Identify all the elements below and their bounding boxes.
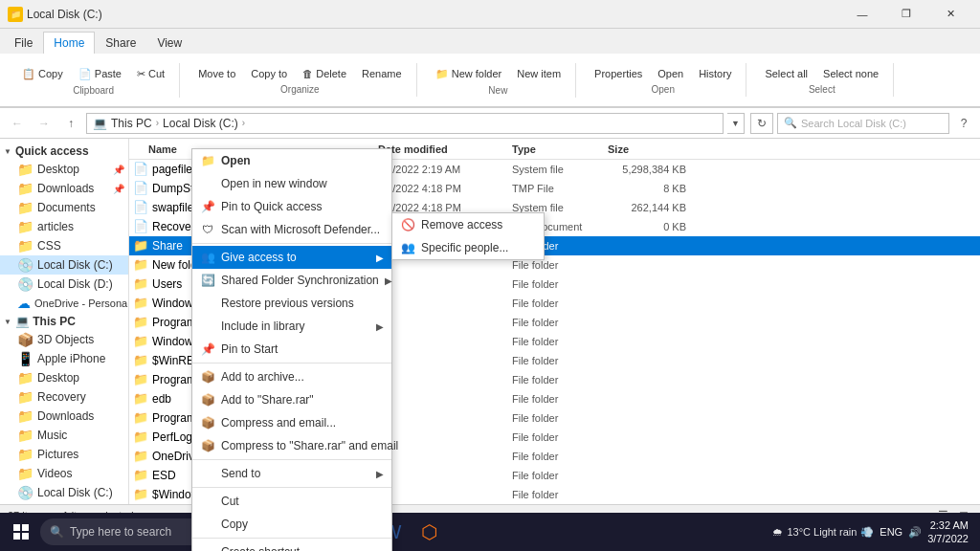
- folder-icon: 📁: [17, 447, 33, 462]
- path-localdisk[interactable]: Local Disk (C:): [163, 117, 238, 130]
- ctx-send-to[interactable]: Send to ▶: [192, 462, 391, 485]
- minimize-button[interactable]: —: [840, 0, 884, 29]
- forward-button[interactable]: →: [33, 112, 56, 135]
- help-button[interactable]: ?: [953, 113, 974, 134]
- ctx-pin-start[interactable]: 📌 Pin to Start: [192, 338, 391, 361]
- sidebar-item-downloads[interactable]: 📁 Downloads 📌: [0, 179, 128, 198]
- path-thispc[interactable]: This PC: [111, 117, 152, 130]
- ctx-label: Compress to "Share.rar" and email: [221, 439, 398, 452]
- this-pc-header[interactable]: ▼ 💻 This PC: [0, 313, 128, 330]
- paste-button[interactable]: 📄 Paste: [72, 65, 128, 83]
- ctx-open-new-window[interactable]: Open in new window: [192, 172, 391, 195]
- ctx-compress-email[interactable]: 📦 Compress and email...: [192, 411, 391, 434]
- column-date-header[interactable]: Date modified: [378, 143, 512, 155]
- ctx-scan-defender[interactable]: 🛡 Scan with Microsoft Defender...: [192, 218, 391, 241]
- file-icon: 📄: [133, 162, 148, 176]
- open-button[interactable]: Open: [651, 65, 690, 82]
- sidebar-item-localdisk-d2[interactable]: 💿 Local Disk (D:): [0, 502, 128, 504]
- ctx-give-access[interactable]: 👥 Give access to ▶: [192, 246, 391, 269]
- file-date: 3/7/2022 2:19 AM: [378, 164, 512, 175]
- ctx-label: Shared Folder Synchronization: [221, 274, 379, 287]
- refresh-button[interactable]: ↻: [750, 113, 773, 134]
- sidebar-item-localdisk-c2[interactable]: 💿 Local Disk (C:): [0, 483, 128, 502]
- delete-button[interactable]: 🗑 Delete: [296, 65, 353, 82]
- sidebar-item-apple-iphone[interactable]: 📱 Apple iPhone: [0, 349, 128, 368]
- select-none-button[interactable]: Select none: [816, 65, 885, 82]
- copy-to-button[interactable]: Copy to: [244, 65, 294, 82]
- taskbar-system-tray: 🌧 13°C Light rain 💨: [772, 526, 874, 539]
- sidebar-item-recovery[interactable]: 📁 Recovery: [0, 387, 128, 407]
- sidebar-item-onedrive[interactable]: ☁ OneDrive - Personal: [0, 294, 128, 313]
- ctx-pin-quick-access[interactable]: 📌 Pin to Quick access: [192, 195, 391, 218]
- sync-icon: 🔄: [200, 273, 215, 288]
- ctx-include-library[interactable]: Include in library ▶: [192, 315, 391, 338]
- sidebar-item-label: OneDrive - Personal: [34, 298, 128, 309]
- ctx-create-shortcut[interactable]: Create shortcut: [192, 540, 391, 551]
- start-button[interactable]: [4, 515, 38, 549]
- ctx-remove-access[interactable]: 🚫 Remove access: [392, 213, 544, 236]
- history-button[interactable]: History: [692, 65, 738, 82]
- sidebar-item-desktop2[interactable]: 📁 Desktop: [0, 368, 128, 387]
- tab-home[interactable]: Home: [43, 32, 95, 54]
- ctx-copy[interactable]: Copy: [192, 513, 391, 536]
- sidebar-item-articles[interactable]: 📁 articles: [0, 217, 128, 236]
- folder-icon: 📁: [17, 162, 33, 177]
- clipboard-label: Clipboard: [73, 85, 114, 96]
- app-icon: 📁: [8, 7, 23, 22]
- ctx-label: Specific people...: [421, 241, 508, 254]
- close-button[interactable]: ✕: [928, 0, 972, 29]
- archive-icon: 📦: [200, 369, 215, 385]
- back-button[interactable]: ←: [6, 112, 29, 135]
- taskbar-clock[interactable]: 2:32 AM 3/7/2022: [927, 518, 969, 546]
- quick-access-header[interactable]: ▼ Quick access: [0, 143, 128, 160]
- ctx-label: Pin to Quick access: [221, 200, 322, 213]
- address-path[interactable]: 💻 This PC › Local Disk (C:) ›: [86, 113, 724, 134]
- ctx-compress-share-rar-email[interactable]: 📦 Compress to "Share.rar" and email: [192, 434, 391, 457]
- folder-icon: 📁: [17, 428, 33, 443]
- ctx-label: Pin to Start: [221, 342, 278, 356]
- properties-button[interactable]: Properties: [588, 65, 649, 82]
- address-dropdown-button[interactable]: ▼: [727, 113, 745, 134]
- pin-icon: 📌: [113, 184, 124, 194]
- ctx-open[interactable]: 📁 Open: [192, 149, 391, 172]
- ctx-add-archive[interactable]: 📦 Add to archive...: [192, 365, 391, 388]
- ctx-cut[interactable]: Cut: [192, 490, 391, 513]
- ctx-label: Open: [221, 154, 251, 167]
- taskbar-app5[interactable]: ⬡: [412, 515, 446, 549]
- rename-button[interactable]: Rename: [355, 65, 409, 82]
- sidebar-item-documents[interactable]: 📁 Documents: [0, 198, 128, 217]
- tab-file[interactable]: File: [4, 32, 43, 54]
- sidebar-item-localdisk-c[interactable]: 💿 Local Disk (C:): [0, 255, 128, 275]
- sidebar-item-music[interactable]: 📁 Music: [0, 426, 128, 445]
- move-button[interactable]: Move to: [191, 65, 242, 82]
- sidebar-item-downloads2[interactable]: 📁 Downloads: [0, 407, 128, 426]
- file-type: File folder: [512, 412, 608, 424]
- select-all-button[interactable]: Select all: [758, 65, 814, 82]
- cut-button[interactable]: ✂ Cut: [130, 65, 171, 83]
- new-item-button[interactable]: New item: [510, 65, 568, 83]
- column-size-header[interactable]: Size: [608, 143, 694, 155]
- search-box[interactable]: 🔍 Search Local Disk (C:): [777, 113, 949, 134]
- sidebar-item-desktop[interactable]: 📁 Desktop 📌: [0, 160, 128, 179]
- sidebar-item-videos[interactable]: 📁 Videos: [0, 464, 128, 483]
- chevron-right-icon: ▶: [376, 321, 384, 332]
- tab-share[interactable]: Share: [95, 32, 146, 54]
- tab-view[interactable]: View: [146, 32, 192, 54]
- ctx-restore-versions[interactable]: Restore previous versions: [192, 292, 391, 315]
- sidebar-item-css[interactable]: 📁 CSS: [0, 236, 128, 255]
- sidebar-item-3d-objects[interactable]: 📦 3D Objects: [0, 330, 128, 349]
- ctx-add-share-rar[interactable]: 📦 Add to "Share.rar": [192, 388, 391, 411]
- copy-button[interactable]: 📋 Copy: [15, 65, 70, 83]
- up-button[interactable]: ↑: [59, 112, 82, 135]
- sidebar-item-pictures[interactable]: 📁 Pictures: [0, 445, 128, 464]
- ctx-shared-folder-sync[interactable]: 🔄 Shared Folder Synchronization ▶: [192, 269, 391, 292]
- new-folder-button[interactable]: 📁 New folder: [429, 65, 509, 83]
- folder-icon: 📁: [133, 391, 148, 406]
- sidebar-item-label: Downloads: [37, 182, 94, 195]
- restore-button[interactable]: ❐: [884, 0, 928, 29]
- pin-icon: 📌: [200, 199, 215, 214]
- sidebar-item-localdisk-d[interactable]: 💿 Local Disk (D:): [0, 275, 128, 294]
- ctx-specific-people[interactable]: 👥 Specific people...: [392, 236, 544, 259]
- sidebar-item-label: Local Disk (C:): [37, 258, 113, 272]
- column-type-header[interactable]: Type: [512, 143, 608, 155]
